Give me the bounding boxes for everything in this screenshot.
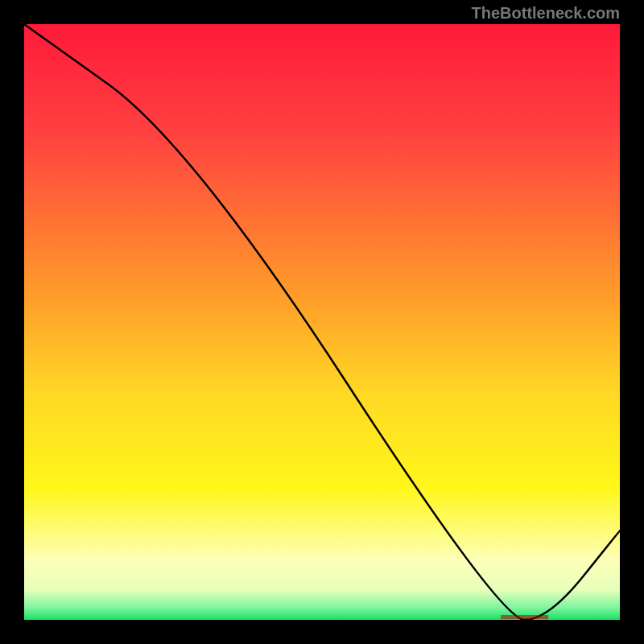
- svg-rect-1: [501, 615, 548, 619]
- chart-frame: TheBottleneck.com: [0, 0, 644, 644]
- data-line: [24, 24, 620, 620]
- plot-area: [24, 24, 620, 620]
- watermark-text: TheBottleneck.com: [472, 4, 620, 23]
